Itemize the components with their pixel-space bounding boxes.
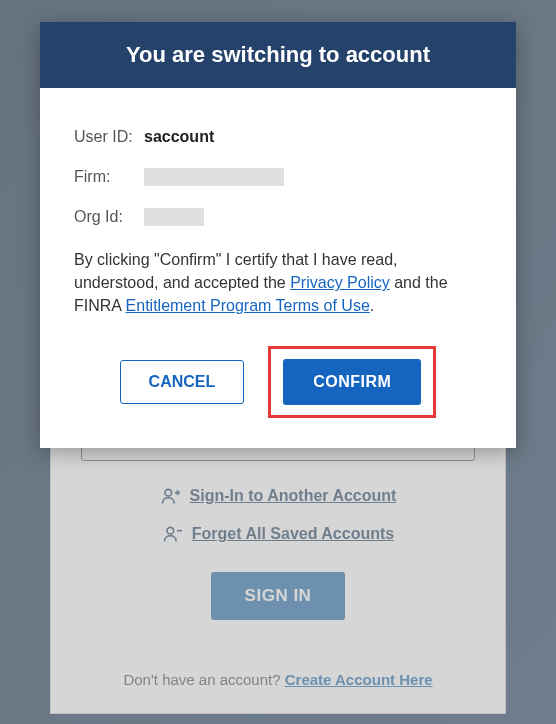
confirm-button[interactable]: CONFIRM bbox=[283, 359, 421, 405]
confirm-highlight: CONFIRM bbox=[268, 346, 436, 418]
userid-value: saccount bbox=[144, 128, 214, 146]
userid-label: User ID: bbox=[74, 128, 144, 146]
orgid-value-redacted bbox=[144, 208, 204, 226]
cancel-button[interactable]: CANCEL bbox=[120, 360, 245, 404]
orgid-row: Org Id: bbox=[74, 208, 482, 226]
modal-body: User ID: saccount Firm: Org Id: By click… bbox=[40, 88, 516, 448]
privacy-policy-link[interactable]: Privacy Policy bbox=[290, 274, 390, 291]
userid-row: User ID: saccount bbox=[74, 128, 482, 146]
modal-actions: CANCEL CONFIRM bbox=[74, 346, 482, 418]
firm-row: Firm: bbox=[74, 168, 482, 186]
orgid-label: Org Id: bbox=[74, 208, 144, 226]
consent-text: By clicking "Confirm" I certify that I h… bbox=[74, 248, 482, 318]
firm-label: Firm: bbox=[74, 168, 144, 186]
consent-part3: . bbox=[370, 297, 374, 314]
switch-account-modal: You are switching to account User ID: sa… bbox=[40, 22, 516, 448]
modal-title: You are switching to account bbox=[40, 22, 516, 88]
terms-of-use-link[interactable]: Entitlement Program Terms of Use bbox=[126, 297, 370, 314]
firm-value-redacted bbox=[144, 168, 284, 186]
